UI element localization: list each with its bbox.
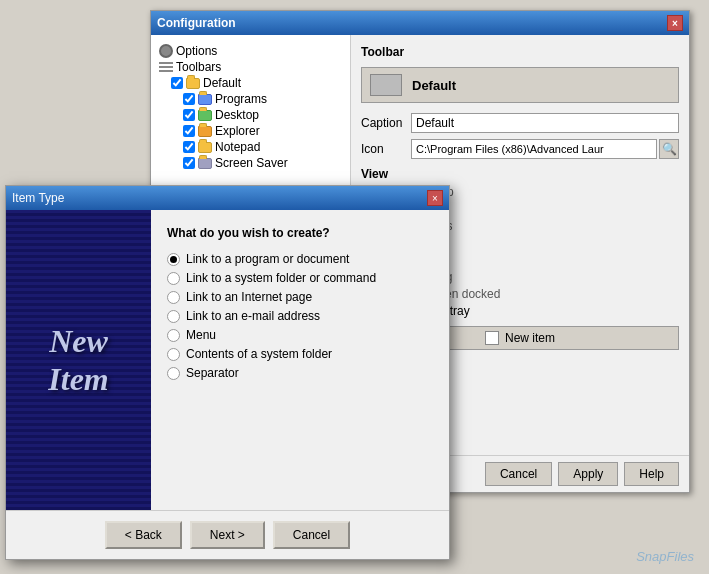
explorer-checkbox[interactable] <box>183 125 195 137</box>
item-question: What do you wish to create? <box>167 226 433 240</box>
options-icon <box>159 44 173 58</box>
notepad-checkbox[interactable] <box>183 141 195 153</box>
tree-item-programs[interactable]: Programs <box>159 91 342 107</box>
programs-label: Programs <box>215 92 267 106</box>
watermark: SnapFiles <box>636 549 694 564</box>
config-close-button[interactable]: × <box>667 15 683 31</box>
radio-option[interactable]: Link to a system folder or command <box>167 271 433 285</box>
desktop-folder-icon <box>198 110 212 121</box>
icon-browse-button[interactable]: 🔍 <box>659 139 679 159</box>
view-label: View <box>361 167 679 181</box>
item-banner: New Item <box>6 210 151 510</box>
radio-label: Link to a system folder or command <box>186 271 376 285</box>
desktop-label: Desktop <box>215 108 259 122</box>
radio-option[interactable]: Contents of a system folder <box>167 347 433 361</box>
item-type-titlebar: Item Type × <box>6 186 449 210</box>
radio-label: Menu <box>186 328 216 342</box>
item-type-title: Item Type <box>12 191 64 205</box>
caption-input[interactable] <box>411 113 679 133</box>
radio-option[interactable]: Link to an Internet page <box>167 290 433 304</box>
radio-label: Contents of a system folder <box>186 347 332 361</box>
default-label: Default <box>203 76 241 90</box>
explorer-label: Explorer <box>215 124 260 138</box>
toolbar-name: Default <box>412 78 456 93</box>
tree-item-default[interactable]: Default <box>159 75 342 91</box>
tree-item-toolbars[interactable]: Toolbars <box>159 59 342 75</box>
new-item-icon <box>485 331 499 345</box>
notepad-folder-icon <box>198 142 212 153</box>
radio-option[interactable]: Link to an e-mail address <box>167 309 433 323</box>
icon-input[interactable] <box>411 139 657 159</box>
icon-label: Icon <box>361 142 411 156</box>
item-type-body: New Item What do you wish to create? Lin… <box>6 210 449 510</box>
item-type-close-button[interactable]: × <box>427 190 443 206</box>
radio-label: Link to an e-mail address <box>186 309 320 323</box>
tree-item-screensaver[interactable]: Screen Saver <box>159 155 342 171</box>
toolbar-preview-icon <box>370 74 402 96</box>
apply-button[interactable]: Apply <box>558 462 618 486</box>
desktop-checkbox[interactable] <box>183 109 195 121</box>
radio-button[interactable] <box>167 329 180 342</box>
icon-row: Icon 🔍 <box>361 139 679 159</box>
radio-button[interactable] <box>167 291 180 304</box>
options-label: Options <box>176 44 217 58</box>
tree-item-desktop[interactable]: Desktop <box>159 107 342 123</box>
caption-label: Caption <box>361 116 411 130</box>
toolbars-label: Toolbars <box>176 60 221 74</box>
radio-button[interactable] <box>167 367 180 380</box>
radio-button[interactable] <box>167 310 180 323</box>
radio-option[interactable]: Link to a program or document <box>167 252 433 266</box>
new-item-label: New item <box>505 331 555 345</box>
radio-button[interactable] <box>167 253 180 266</box>
screensaver-label: Screen Saver <box>215 156 288 170</box>
default-checkbox[interactable] <box>171 77 183 89</box>
radio-button[interactable] <box>167 272 180 285</box>
toolbar-section-label: Toolbar <box>361 45 679 59</box>
config-title: Configuration <box>157 16 236 30</box>
radio-options-container: Link to a program or documentLink to a s… <box>167 252 433 380</box>
item-footer: < Back Next > Cancel <box>6 510 449 559</box>
back-button[interactable]: < Back <box>105 521 182 549</box>
programs-folder-icon <box>198 94 212 105</box>
explorer-folder-icon <box>198 126 212 137</box>
radio-button[interactable] <box>167 348 180 361</box>
default-folder-icon <box>186 78 200 89</box>
tree-item-explorer[interactable]: Explorer <box>159 123 342 139</box>
help-button[interactable]: Help <box>624 462 679 486</box>
tree-item-notepad[interactable]: Notepad <box>159 139 342 155</box>
radio-label: Separator <box>186 366 239 380</box>
next-button[interactable]: Next > <box>190 521 265 549</box>
item-options: What do you wish to create? Link to a pr… <box>151 210 449 510</box>
item-cancel-button[interactable]: Cancel <box>273 521 350 549</box>
radio-option[interactable]: Separator <box>167 366 433 380</box>
notepad-label: Notepad <box>215 140 260 154</box>
cancel-button[interactable]: Cancel <box>485 462 552 486</box>
screensaver-folder-icon <box>198 158 212 169</box>
screensaver-checkbox[interactable] <box>183 157 195 169</box>
programs-checkbox[interactable] <box>183 93 195 105</box>
item-type-window: Item Type × New Item What do you wish to… <box>5 185 450 560</box>
caption-row: Caption <box>361 113 679 133</box>
radio-label: Link to an Internet page <box>186 290 312 304</box>
radio-label: Link to a program or document <box>186 252 349 266</box>
toolbars-icon <box>159 62 173 73</box>
browse-icon: 🔍 <box>662 142 677 156</box>
config-titlebar: Configuration × <box>151 11 689 35</box>
radio-option[interactable]: Menu <box>167 328 433 342</box>
tree-item-options[interactable]: Options <box>159 43 342 59</box>
toolbar-preview: Default <box>361 67 679 103</box>
banner-text: New Item <box>48 322 108 399</box>
